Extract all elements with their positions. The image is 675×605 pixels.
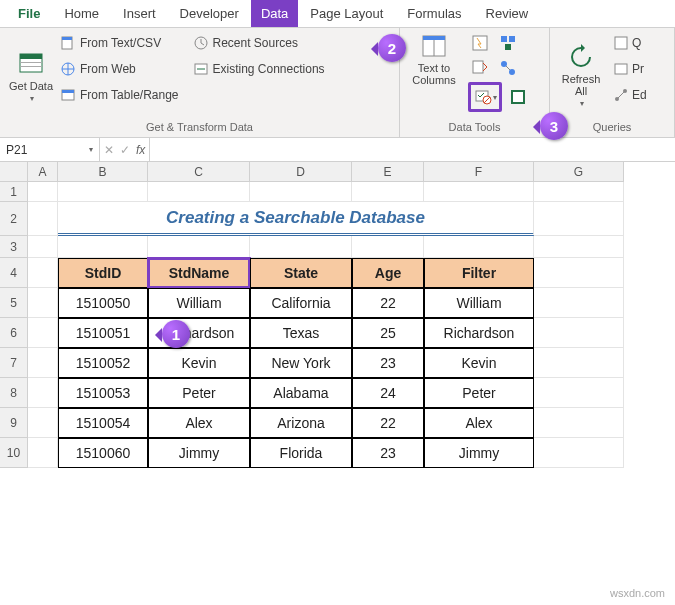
cell[interactable] <box>534 202 624 236</box>
properties-button[interactable]: Pr <box>614 58 647 80</box>
remove-duplicates-button[interactable] <box>468 57 492 79</box>
cell[interactable] <box>28 258 58 288</box>
select-all-corner[interactable] <box>0 162 28 182</box>
table-cell[interactable]: Jimmy <box>148 438 250 468</box>
table-header[interactable]: Age <box>352 258 424 288</box>
table-cell[interactable]: 22 <box>352 408 424 438</box>
cell[interactable] <box>534 236 624 258</box>
table-cell[interactable]: 22 <box>352 288 424 318</box>
col-header[interactable]: D <box>250 162 352 182</box>
tab-formulas[interactable]: Formulas <box>395 0 473 27</box>
table-cell[interactable]: Alabama <box>250 378 352 408</box>
table-cell[interactable]: 1510052 <box>58 348 148 378</box>
table-cell[interactable]: Peter <box>424 378 534 408</box>
table-header[interactable]: State <box>250 258 352 288</box>
table-cell[interactable]: 1510060 <box>58 438 148 468</box>
cell[interactable] <box>28 408 58 438</box>
table-cell[interactable]: 1510051 <box>58 318 148 348</box>
cell[interactable] <box>28 318 58 348</box>
from-table-button[interactable]: From Table/Range <box>60 84 179 106</box>
cell[interactable] <box>28 202 58 236</box>
table-cell[interactable]: William <box>148 288 250 318</box>
queries-conn-button[interactable]: Q <box>614 32 647 54</box>
col-header[interactable]: A <box>28 162 58 182</box>
table-cell[interactable]: Arizona <box>250 408 352 438</box>
tab-file[interactable]: File <box>6 0 52 27</box>
cell[interactable] <box>534 258 624 288</box>
table-cell[interactable]: 23 <box>352 348 424 378</box>
cell[interactable] <box>534 378 624 408</box>
tab-home[interactable]: Home <box>52 0 111 27</box>
cell[interactable] <box>250 236 352 258</box>
cell[interactable] <box>58 236 148 258</box>
col-header[interactable]: B <box>58 162 148 182</box>
table-cell[interactable]: Kevin <box>424 348 534 378</box>
enter-icon[interactable]: ✓ <box>120 143 130 157</box>
table-cell[interactable]: Peter <box>148 378 250 408</box>
fx-icon[interactable]: fx <box>136 143 145 157</box>
cell[interactable] <box>28 378 58 408</box>
tab-developer[interactable]: Developer <box>168 0 251 27</box>
cell[interactable] <box>424 182 534 202</box>
table-header-selected[interactable]: StdName <box>148 258 250 288</box>
cell[interactable] <box>58 182 148 202</box>
row-header[interactable]: 1 <box>0 182 28 202</box>
tab-data[interactable]: Data <box>251 0 298 27</box>
name-box[interactable]: P21 ▾ <box>0 138 100 161</box>
col-header[interactable]: G <box>534 162 624 182</box>
recent-sources-button[interactable]: Recent Sources <box>193 32 325 54</box>
flash-fill-button[interactable] <box>468 32 492 54</box>
existing-connections-button[interactable]: Existing Connections <box>193 58 325 80</box>
table-cell[interactable]: New York <box>250 348 352 378</box>
data-model-button[interactable] <box>506 86 530 108</box>
cell[interactable] <box>250 182 352 202</box>
table-header[interactable]: StdID <box>58 258 148 288</box>
from-text-csv-button[interactable]: From Text/CSV <box>60 32 179 54</box>
cell[interactable] <box>28 438 58 468</box>
row-header[interactable]: 7 <box>0 348 28 378</box>
cell[interactable] <box>534 408 624 438</box>
row-header[interactable]: 6 <box>0 318 28 348</box>
row-header[interactable]: 5 <box>0 288 28 318</box>
table-cell[interactable]: Texas <box>250 318 352 348</box>
row-header[interactable]: 4 <box>0 258 28 288</box>
relationships-button[interactable] <box>496 57 520 79</box>
table-cell[interactable]: Alex <box>148 408 250 438</box>
cell[interactable] <box>534 438 624 468</box>
tab-review[interactable]: Review <box>474 0 541 27</box>
table-cell[interactable]: 23 <box>352 438 424 468</box>
table-cell[interactable]: 25 <box>352 318 424 348</box>
cell[interactable] <box>534 348 624 378</box>
row-header[interactable]: 9 <box>0 408 28 438</box>
table-cell[interactable]: Richardson <box>424 318 534 348</box>
row-header[interactable]: 10 <box>0 438 28 468</box>
row-header[interactable]: 8 <box>0 378 28 408</box>
cell[interactable] <box>534 182 624 202</box>
table-cell[interactable]: Florida <box>250 438 352 468</box>
tab-page-layout[interactable]: Page Layout <box>298 0 395 27</box>
cancel-icon[interactable]: ✕ <box>104 143 114 157</box>
tab-insert[interactable]: Insert <box>111 0 168 27</box>
cell[interactable] <box>148 236 250 258</box>
cell[interactable] <box>352 236 424 258</box>
table-cell[interactable]: 1510053 <box>58 378 148 408</box>
table-cell[interactable]: 1510054 <box>58 408 148 438</box>
cell[interactable] <box>28 236 58 258</box>
from-web-button[interactable]: From Web <box>60 58 179 80</box>
cell[interactable] <box>28 182 58 202</box>
data-validation-button[interactable]: ▾ <box>473 86 497 108</box>
title-cell[interactable]: Creating a Searchable Database <box>58 202 534 236</box>
cell[interactable] <box>148 182 250 202</box>
table-cell[interactable]: Alex <box>424 408 534 438</box>
col-header[interactable]: C <box>148 162 250 182</box>
table-cell[interactable]: California <box>250 288 352 318</box>
formula-input[interactable] <box>150 138 675 161</box>
cell[interactable] <box>534 318 624 348</box>
table-header[interactable]: Filter <box>424 258 534 288</box>
get-data-button[interactable]: Get Data ▾ <box>6 32 56 119</box>
edit-links-button[interactable]: Ed <box>614 84 647 106</box>
refresh-all-button[interactable]: Refresh All ▾ <box>556 32 606 119</box>
text-to-columns-button[interactable]: Text to Columns <box>406 32 462 86</box>
row-header[interactable]: 3 <box>0 236 28 258</box>
col-header[interactable]: F <box>424 162 534 182</box>
